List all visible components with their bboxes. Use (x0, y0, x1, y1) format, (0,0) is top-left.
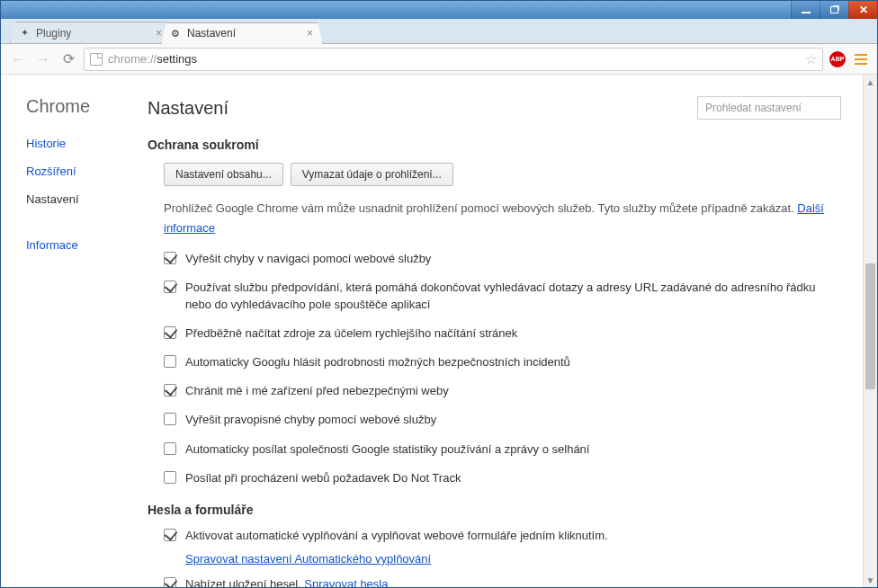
url-path: settings (157, 52, 197, 66)
tab-close-icon[interactable]: × (154, 27, 164, 40)
privacy-description: Prohlížeč Google Chrome vám může usnadni… (164, 199, 841, 238)
reload-button[interactable]: ⟳ (58, 49, 78, 69)
tab-settings[interactable]: ⚙ Nastavení × (161, 22, 323, 44)
privacy-label-0: Vyřešit chyby v navigaci pomocí webové s… (185, 251, 431, 267)
privacy-checkbox-5[interactable] (164, 413, 176, 425)
tab-label: Nastavení (187, 27, 236, 40)
offer-save-passwords-label: Nabízet uložení hesel. Spravovat hesla (185, 576, 388, 587)
sidebar-brand: Chrome (26, 96, 131, 117)
url-scheme: chrome:// (108, 52, 157, 66)
clear-browsing-data-button[interactable]: Vymazat údaje o prohlížení... (291, 163, 453, 186)
privacy-label-1: Používat službu předpovídání, která pomá… (185, 280, 841, 312)
privacy-checkbox-4[interactable] (164, 384, 176, 396)
address-bar[interactable]: chrome://settings ☆ (84, 48, 823, 71)
privacy-label-2: Předběžně načítat zdroje za účelem rychl… (185, 325, 517, 342)
privacy-label-3: Automaticky Googlu hlásit podrobnosti mo… (185, 354, 570, 370)
autofill-label: Aktivovat automatické vyplňování a vyplň… (185, 528, 608, 544)
content-area: Chrome Historie Rozšíření Nastavení Info… (1, 75, 877, 587)
section-passwords-title: Hesla a formuláře (148, 503, 841, 517)
sidebar-item-settings[interactable]: Nastavení (26, 192, 131, 206)
window-titlebar: ✕ (1, 1, 877, 19)
bookmark-star-icon[interactable]: ☆ (805, 51, 817, 67)
tab-close-icon[interactable]: × (305, 27, 315, 40)
privacy-label-7: Posílat při procházení webů požadavek Do… (185, 470, 461, 486)
page-title: Nastavení (148, 98, 228, 119)
toolbar: ← → ⟳ chrome://settings ☆ ABP (1, 44, 877, 75)
settings-sidebar: Chrome Historie Rozšíření Nastavení Info… (1, 75, 131, 587)
sidebar-item-extensions[interactable]: Rozšíření (26, 165, 131, 178)
content-settings-button[interactable]: Nastavení obsahu... (164, 163, 283, 186)
privacy-label-5: Vyřešit pravopisné chyby pomocí webové s… (185, 412, 436, 428)
tab-label: Pluginy (36, 27, 71, 40)
adblock-extension-icon[interactable]: ABP (829, 50, 847, 68)
scroll-down-arrow[interactable]: ▼ (864, 573, 877, 587)
manage-passwords-link[interactable]: Spravovat hesla (304, 577, 388, 587)
privacy-checkbox-2[interactable] (164, 326, 176, 339)
privacy-checkbox-7[interactable] (164, 471, 176, 484)
sidebar-item-history[interactable]: Historie (26, 137, 131, 150)
back-button[interactable]: ← (8, 49, 28, 69)
sidebar-item-info[interactable]: Informace (26, 238, 131, 252)
tab-strip: ✦ Pluginy × ⚙ Nastavení × (1, 19, 877, 44)
privacy-checkbox-6[interactable] (164, 442, 176, 455)
privacy-checkbox-0[interactable] (164, 252, 176, 264)
autofill-checkbox[interactable] (164, 529, 176, 541)
offer-save-passwords-checkbox[interactable] (164, 577, 176, 587)
puzzle-icon: ✦ (18, 27, 31, 40)
page-icon (90, 53, 103, 66)
scroll-thumb[interactable] (865, 263, 875, 389)
vertical-scrollbar[interactable]: ▲ ▼ (863, 75, 877, 587)
settings-search-input[interactable]: Prohledat nastavení (697, 96, 841, 120)
privacy-label-6: Automaticky posílat společnosti Google s… (185, 441, 589, 458)
window-maximize-button[interactable] (820, 1, 848, 19)
window-close-button[interactable]: ✕ (848, 1, 877, 19)
section-privacy-title: Ochrana soukromí (148, 138, 841, 152)
forward-button[interactable]: → (33, 49, 53, 69)
privacy-checkbox-1[interactable] (164, 281, 176, 293)
gear-icon: ⚙ (169, 27, 182, 40)
chrome-menu-button[interactable] (852, 50, 870, 68)
privacy-checkbox-3[interactable] (164, 355, 176, 368)
tab-plugins[interactable]: ✦ Pluginy × (10, 22, 172, 43)
window-minimize-button[interactable] (791, 1, 820, 19)
scroll-up-arrow[interactable]: ▲ (864, 75, 877, 89)
settings-main: Nastavení Prohledat nastavení Ochrana so… (131, 75, 877, 587)
privacy-label-4: Chránit mě i mé zařízení před nebezpečný… (185, 383, 449, 399)
window-spacer (764, 1, 791, 19)
manage-autofill-link[interactable]: Spravovat nastavení Automatického vyplňo… (185, 551, 431, 567)
